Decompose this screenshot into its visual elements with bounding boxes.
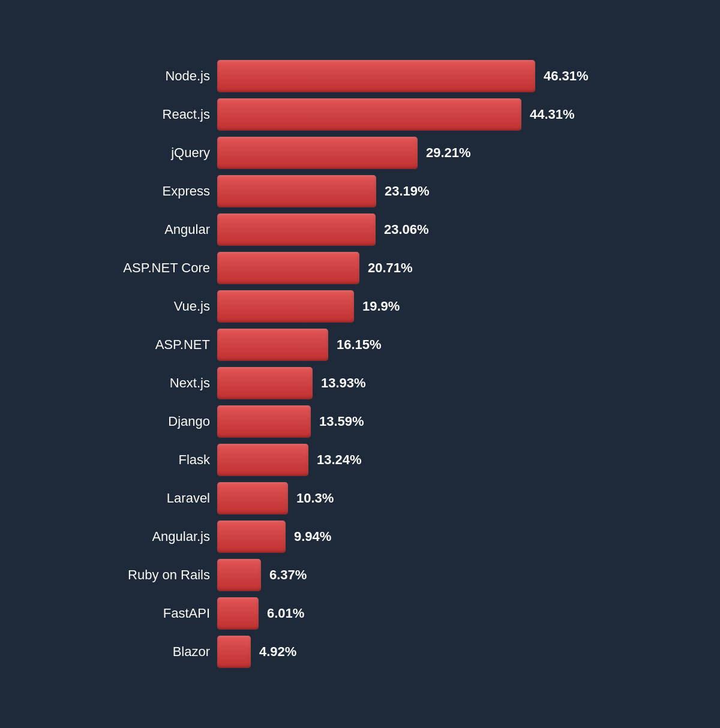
bar-row: Laravel10.3% — [90, 482, 630, 515]
bar-wrapper: 13.93% — [217, 367, 630, 399]
bar-label: Laravel — [90, 491, 210, 506]
bar-row: ASP.NET Core20.71% — [90, 252, 630, 284]
bar-wrapper: 19.9% — [217, 290, 630, 323]
bar-row: Angular.js9.94% — [90, 521, 630, 553]
bar-wrapper: 23.19% — [217, 175, 630, 207]
bar-label: Express — [90, 183, 210, 199]
bar-row: Blazor4.92% — [90, 636, 630, 668]
bar-wrapper: 9.94% — [217, 521, 630, 553]
bar-chart: Node.js46.31%React.js44.31%jQuery29.21%E… — [90, 60, 630, 668]
bar-label: Next.js — [90, 375, 210, 391]
bar-fill — [217, 559, 261, 591]
bar-label: Angular — [90, 222, 210, 237]
bar-fill — [217, 60, 535, 92]
bar-value: 13.24% — [317, 452, 362, 468]
bar-value: 23.19% — [385, 183, 430, 199]
bar-row: jQuery29.21% — [90, 137, 630, 169]
bar-value: 19.9% — [362, 299, 400, 314]
bar-value: 23.06% — [384, 222, 429, 237]
bar-value: 46.31% — [544, 68, 589, 84]
bar-value: 13.59% — [319, 414, 364, 429]
bar-wrapper: 20.71% — [217, 252, 630, 284]
bar-fill — [217, 290, 354, 323]
bar-row: Ruby on Rails6.37% — [90, 559, 630, 591]
bar-wrapper: 10.3% — [217, 482, 630, 515]
bar-wrapper: 4.92% — [217, 636, 630, 668]
bar-fill — [217, 252, 359, 284]
bar-wrapper: 13.24% — [217, 444, 630, 476]
bar-fill — [217, 213, 376, 246]
bar-value: 29.21% — [426, 145, 471, 161]
bar-row: Angular23.06% — [90, 213, 630, 246]
bar-value: 6.37% — [269, 567, 307, 583]
bar-fill — [217, 329, 328, 361]
bar-fill — [217, 175, 376, 207]
bar-row: Node.js46.31% — [90, 60, 630, 92]
bar-row: Vue.js19.9% — [90, 290, 630, 323]
bar-fill — [217, 444, 308, 476]
bar-row: Django13.59% — [90, 405, 630, 438]
bar-label: Vue.js — [90, 299, 210, 314]
bar-label: Django — [90, 414, 210, 429]
bar-value: 6.01% — [267, 606, 304, 621]
bar-fill — [217, 98, 521, 131]
bar-wrapper: 23.06% — [217, 213, 630, 246]
bar-value: 10.3% — [296, 491, 334, 506]
bar-wrapper: 44.31% — [217, 98, 630, 131]
bar-label: ASP.NET Core — [90, 260, 210, 276]
bar-value: 16.15% — [337, 337, 382, 353]
bar-fill — [217, 597, 259, 630]
bar-label: ASP.NET — [90, 337, 210, 353]
bar-row: React.js44.31% — [90, 98, 630, 131]
bar-fill — [217, 137, 418, 169]
bar-wrapper: 6.37% — [217, 559, 630, 591]
bar-row: Express23.19% — [90, 175, 630, 207]
bar-label: jQuery — [90, 145, 210, 161]
bar-label: FastAPI — [90, 606, 210, 621]
bar-fill — [217, 405, 311, 438]
bar-row: Flask13.24% — [90, 444, 630, 476]
bar-value: 20.71% — [368, 260, 413, 276]
bar-wrapper: 13.59% — [217, 405, 630, 438]
bar-value: 44.31% — [530, 107, 575, 122]
bar-label: Flask — [90, 452, 210, 468]
bar-wrapper: 46.31% — [217, 60, 630, 92]
bar-wrapper: 29.21% — [217, 137, 630, 169]
bar-wrapper: 16.15% — [217, 329, 630, 361]
bar-fill — [217, 636, 251, 668]
bar-label: Angular.js — [90, 529, 210, 545]
bar-fill — [217, 521, 286, 553]
bar-label: Blazor — [90, 644, 210, 660]
bar-fill — [217, 482, 288, 515]
bar-label: Ruby on Rails — [90, 567, 210, 583]
bar-row: ASP.NET16.15% — [90, 329, 630, 361]
bar-value: 13.93% — [321, 375, 366, 391]
bar-row: Next.js13.93% — [90, 367, 630, 399]
bar-label: Node.js — [90, 68, 210, 84]
bar-row: FastAPI6.01% — [90, 597, 630, 630]
bar-value: 4.92% — [259, 644, 296, 660]
bar-wrapper: 6.01% — [217, 597, 630, 630]
bar-value: 9.94% — [294, 529, 331, 545]
bar-fill — [217, 367, 313, 399]
bar-label: React.js — [90, 107, 210, 122]
